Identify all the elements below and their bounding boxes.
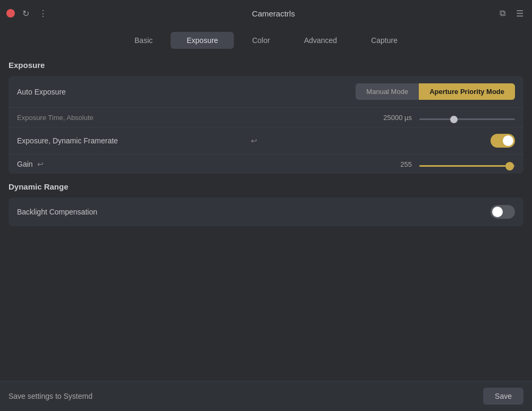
main-content: Exposure Auto Exposure Manual Mode Apert… bbox=[0, 54, 532, 381]
tab-advanced[interactable]: Advanced bbox=[288, 32, 353, 49]
backlight-label: Backlight Compensation bbox=[17, 208, 491, 216]
dynamic-framerate-reset-icon[interactable]: ↩ bbox=[251, 136, 257, 145]
exposure-time-label: Exposure Time, Absolute bbox=[17, 114, 369, 122]
backlight-row: Backlight Compensation bbox=[9, 198, 523, 226]
aperture-priority-button[interactable]: Aperture Priority Mode bbox=[419, 83, 515, 100]
gain-label-group: Gain ↩ bbox=[17, 160, 369, 168]
auto-exposure-label: Auto Exposure bbox=[17, 88, 66, 96]
gain-label: Gain bbox=[17, 160, 33, 168]
save-button[interactable]: Save bbox=[483, 388, 523, 405]
dynamic-range-section-title: Dynamic Range bbox=[9, 180, 523, 193]
tab-color[interactable]: Color bbox=[236, 32, 285, 49]
auto-exposure-row: Auto Exposure Manual Mode Aperture Prior… bbox=[9, 76, 523, 107]
auto-exposure-buttons: Manual Mode Aperture Priority Mode bbox=[356, 83, 515, 100]
gain-row: Gain ↩ 255 bbox=[9, 154, 523, 174]
titlebar-left: ↻ ⋮ bbox=[6, 6, 49, 21]
exposure-card: Auto Exposure Manual Mode Aperture Prior… bbox=[9, 76, 523, 174]
exposure-time-row: Exposure Time, Absolute 25000 µs bbox=[9, 107, 523, 127]
tab-exposure[interactable]: Exposure bbox=[171, 32, 234, 49]
titlebar-right: ⧉ ☰ bbox=[497, 6, 526, 21]
dynamic-framerate-label: Exposure, Dynamic Framerate bbox=[17, 136, 251, 145]
hamburger-button[interactable]: ☰ bbox=[514, 6, 526, 21]
gain-reset-icon[interactable]: ↩ bbox=[37, 160, 44, 168]
exposure-section-title: Exposure bbox=[9, 58, 523, 72]
gain-slider-container bbox=[419, 160, 515, 168]
dynamic-framerate-row: Exposure, Dynamic Framerate ↩ bbox=[9, 127, 523, 154]
dynamic-framerate-toggle[interactable] bbox=[491, 134, 515, 148]
more-button[interactable]: ⋮ bbox=[37, 6, 49, 21]
dynamic-range-card: Backlight Compensation bbox=[9, 198, 523, 226]
app-title: Cameractrls bbox=[252, 9, 295, 18]
exposure-time-slider[interactable] bbox=[419, 118, 515, 120]
tabs-bar: Basic Exposure Color Advanced Capture bbox=[0, 27, 532, 54]
refresh-button[interactable]: ↻ bbox=[20, 6, 31, 21]
tab-basic[interactable]: Basic bbox=[119, 32, 168, 49]
backlight-knob bbox=[492, 207, 503, 217]
exposure-time-value: 25000 µs bbox=[369, 114, 412, 122]
gain-slider[interactable] bbox=[419, 165, 515, 167]
dynamic-framerate-knob bbox=[503, 135, 513, 146]
footer-text: Save settings to Systemd bbox=[9, 392, 483, 400]
footer: Save settings to Systemd Save bbox=[0, 381, 532, 411]
backlight-toggle[interactable] bbox=[491, 205, 515, 219]
exposure-time-slider-container bbox=[419, 113, 515, 122]
gain-value: 255 bbox=[369, 160, 412, 168]
manual-mode-button[interactable]: Manual Mode bbox=[356, 83, 419, 100]
close-button[interactable] bbox=[6, 9, 15, 18]
titlebar: ↻ ⋮ Cameractrls ⧉ ☰ bbox=[0, 0, 532, 27]
tab-capture[interactable]: Capture bbox=[355, 32, 413, 49]
window-button[interactable]: ⧉ bbox=[497, 6, 508, 20]
